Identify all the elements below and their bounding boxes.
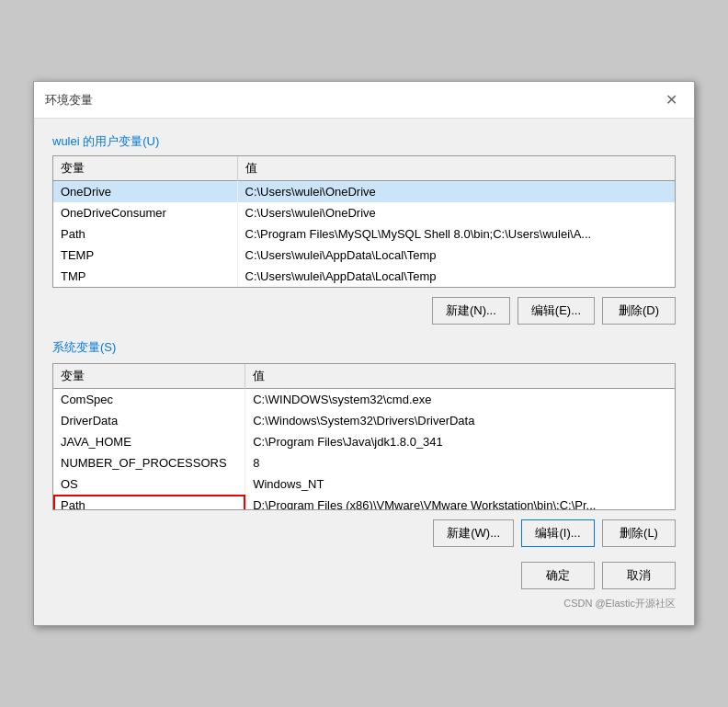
user-vars-new-button[interactable]: 新建(N)... xyxy=(432,297,510,325)
user-var-name: OneDrive xyxy=(53,181,237,203)
user-var-value: C:\Users\wulei\AppData\Local\Temp xyxy=(237,245,675,266)
user-var-name: TEMP xyxy=(53,245,237,266)
watermark: CSDN @Elastic开源社区 xyxy=(52,597,676,610)
user-var-value: C:\Program Files\MySQL\MySQL Shell 8.0\b… xyxy=(237,223,675,245)
user-var-value: C:\Users\wulei\AppData\Local\Temp xyxy=(237,266,675,287)
system-vars-table-row[interactable]: NUMBER_OF_PROCESSORS8 xyxy=(53,452,675,473)
user-vars-table: 变量 值 OneDrive C:\Users\wulei\OneDrive On… xyxy=(53,156,675,287)
system-vars-edit-button[interactable]: 编辑(I)... xyxy=(521,519,595,547)
system-var-value: C:\Program Files\Java\jdk1.8.0_341 xyxy=(245,431,675,452)
system-var-name: NUMBER_OF_PROCESSORS xyxy=(53,452,245,473)
user-vars-table-row[interactable]: TEMP C:\Users\wulei\AppData\Local\Temp xyxy=(53,245,675,266)
close-button[interactable]: ✕ xyxy=(660,89,683,110)
user-vars-table-row[interactable]: Path C:\Program Files\MySQL\MySQL Shell … xyxy=(53,223,675,245)
ok-button[interactable]: 确定 xyxy=(521,562,595,589)
system-var-name: ComSpec xyxy=(53,389,245,411)
system-vars-table-row[interactable]: DriverDataC:\Windows\System32\Drivers\Dr… xyxy=(53,410,675,431)
user-vars-delete-button[interactable]: 删除(D) xyxy=(602,297,676,325)
user-vars-table-row[interactable]: OneDriveConsumer C:\Users\wulei\OneDrive xyxy=(53,202,675,223)
user-var-name: Path xyxy=(53,223,237,245)
user-vars-btn-row: 新建(N)... 编辑(E)... 删除(D) xyxy=(52,297,676,325)
system-var-value: 8 xyxy=(245,452,675,473)
system-vars-table-row[interactable]: JAVA_HOMEC:\Program Files\Java\jdk1.8.0_… xyxy=(53,431,675,452)
system-vars-table-container[interactable]: 变量 值 ComSpecC:\WINDOWS\system32\cmd.exeD… xyxy=(52,363,676,510)
system-vars-table-row[interactable]: PathD:\Program Files (x86)\VMware\VMware… xyxy=(53,495,675,510)
system-vars-section-label-wrapper: 系统变量(S) xyxy=(52,339,676,356)
system-vars-section-label: 系统变量(S) xyxy=(52,340,116,354)
system-var-name: OS xyxy=(53,473,245,495)
footer-btn-row: 确定 取消 xyxy=(52,562,676,593)
system-var-name: JAVA_HOME xyxy=(53,431,245,452)
user-var-name: OneDriveConsumer xyxy=(53,202,237,223)
system-vars-new-button[interactable]: 新建(W)... xyxy=(433,519,514,547)
dialog-body: wulei 的用户变量(U) 变量 值 OneDrive C:\Users\wu… xyxy=(34,119,694,625)
user-var-value: C:\Users\wulei\OneDrive xyxy=(237,181,675,203)
user-vars-edit-button[interactable]: 编辑(E)... xyxy=(518,297,595,325)
user-vars-header-row: 变量 值 xyxy=(53,156,675,181)
system-vars-col-var-header: 变量 xyxy=(53,364,245,389)
system-vars-table: 变量 值 ComSpecC:\WINDOWS\system32\cmd.exeD… xyxy=(53,364,675,510)
cancel-button[interactable]: 取消 xyxy=(602,562,676,589)
user-var-name: TMP xyxy=(53,266,237,287)
user-vars-col-var-header: 变量 xyxy=(53,156,237,181)
user-vars-table-container: 变量 值 OneDrive C:\Users\wulei\OneDrive On… xyxy=(52,155,676,288)
system-var-value: Windows_NT xyxy=(245,473,675,495)
user-vars-table-row[interactable]: TMP C:\Users\wulei\AppData\Local\Temp xyxy=(53,266,675,287)
system-var-value: C:\WINDOWS\system32\cmd.exe xyxy=(245,389,675,411)
title-bar: 环境变量 ✕ xyxy=(34,82,694,119)
system-var-name: Path xyxy=(53,495,245,510)
user-vars-section-label: wulei 的用户变量(U) xyxy=(52,133,676,150)
user-vars-col-val-header: 值 xyxy=(237,156,675,181)
system-vars-header-row: 变量 值 xyxy=(53,364,675,389)
user-var-value: C:\Users\wulei\OneDrive xyxy=(237,202,675,223)
system-vars-table-row[interactable]: OSWindows_NT xyxy=(53,473,675,495)
system-var-name: DriverData xyxy=(53,410,245,431)
system-vars-col-val-header: 值 xyxy=(245,364,675,389)
dialog-title: 环境变量 xyxy=(45,92,93,108)
system-var-value: D:\Program Files (x86)\VMware\VMware Wor… xyxy=(245,495,675,510)
environment-variables-dialog: 环境变量 ✕ wulei 的用户变量(U) 变量 值 OneDrive C:\U… xyxy=(33,81,695,626)
system-vars-delete-button[interactable]: 删除(L) xyxy=(602,519,676,547)
system-vars-btn-row: 新建(W)... 编辑(I)... 删除(L) xyxy=(52,519,676,547)
user-vars-table-row[interactable]: OneDrive C:\Users\wulei\OneDrive xyxy=(53,181,675,203)
system-var-value: C:\Windows\System32\Drivers\DriverData xyxy=(245,410,675,431)
system-vars-table-row[interactable]: ComSpecC:\WINDOWS\system32\cmd.exe xyxy=(53,389,675,411)
